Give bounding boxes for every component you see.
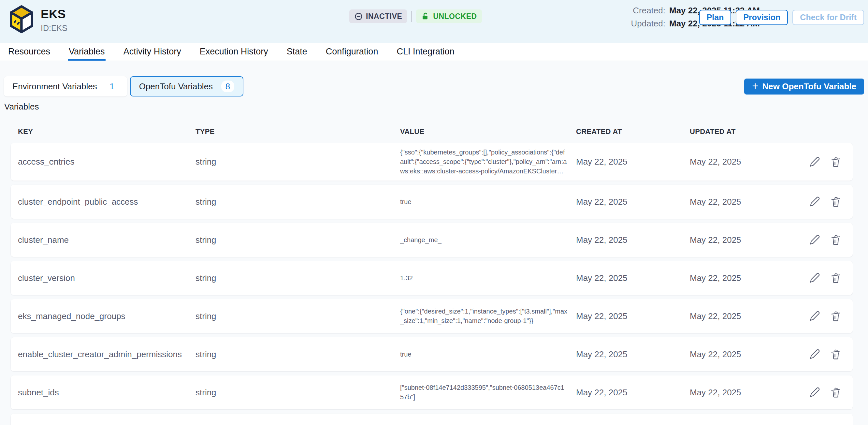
tab-resources[interactable]: Resources — [7, 43, 51, 61]
variable-updated-at: May 22, 2025 — [690, 311, 805, 321]
unlocked-padlock-icon — [421, 12, 430, 21]
row-actions — [805, 234, 853, 246]
delete-variable-button[interactable] — [830, 386, 842, 399]
updated-label: Updated: — [631, 19, 665, 29]
pencil-icon — [808, 386, 821, 399]
edit-variable-button[interactable] — [808, 310, 821, 322]
row-actions — [805, 195, 853, 208]
tab-state[interactable]: State — [286, 43, 308, 61]
variable-value: true — [400, 197, 576, 207]
delete-variable-button[interactable] — [830, 272, 842, 284]
trash-icon — [830, 234, 842, 246]
variable-created-at: May 22, 2025 — [576, 388, 690, 398]
variable-updated-at: May 22, 2025 — [690, 157, 805, 167]
edit-variable-button[interactable] — [808, 272, 821, 284]
check-for-drift-button[interactable]: Check for Drift — [793, 10, 864, 25]
status-badges: INACTIVE UNLOCKED — [349, 9, 482, 23]
variable-value: true — [400, 350, 576, 359]
edit-variable-button[interactable] — [808, 386, 821, 399]
delete-variable-button[interactable] — [830, 195, 842, 208]
plus-icon: + — [752, 81, 758, 92]
subtab-opentofu-variables[interactable]: OpenTofu Variables 8 — [130, 76, 243, 96]
table-row: cluster_version string 1.32 May 22, 2025… — [11, 261, 853, 295]
environment-page: EKS ID:EKS INACTIVE UNLOCKED — [0, 0, 868, 425]
environment-id: ID:EKS — [41, 24, 67, 33]
delete-variable-button[interactable] — [830, 234, 842, 246]
variable-value: ["subnet-08f14e7142d333595","subnet-0680… — [400, 383, 576, 402]
tab-variables[interactable]: Variables — [68, 43, 105, 61]
trash-icon — [830, 156, 842, 168]
opentofu-variables-count: 8 — [221, 81, 234, 92]
delete-variable-button[interactable] — [830, 348, 842, 361]
delete-variable-button[interactable] — [830, 310, 842, 322]
trash-icon — [830, 310, 842, 322]
column-header-created-at: CREATED AT — [576, 127, 690, 136]
variable-key: cluster_endpoint_public_access — [11, 197, 195, 207]
environment-tabbar: Resources Variables Activity History Exe… — [0, 43, 868, 61]
variable-updated-at: May 22, 2025 — [690, 388, 805, 398]
circle-minus-icon — [354, 12, 363, 21]
variable-created-at: May 22, 2025 — [576, 235, 690, 245]
column-header-value: VALUE — [400, 127, 576, 136]
pencil-icon — [808, 156, 821, 168]
trash-icon — [830, 386, 842, 399]
row-actions — [805, 310, 853, 322]
new-opentofu-variable-button[interactable]: + New OpenTofu Variable — [744, 79, 864, 94]
variable-created-at: May 22, 2025 — [576, 157, 690, 167]
table-row: cluster_endpoint_public_access string tr… — [11, 185, 853, 219]
variables-table-body: access_entries string {"sso":{"kubernete… — [11, 143, 853, 425]
edit-variable-button[interactable] — [808, 234, 821, 246]
tab-execution-history[interactable]: Execution History — [199, 43, 269, 61]
variable-type: string — [195, 235, 400, 245]
plan-button[interactable]: Plan — [699, 10, 732, 25]
variable-type: string — [195, 197, 400, 207]
variable-type: string — [195, 273, 400, 283]
trash-icon — [830, 348, 842, 361]
pencil-icon — [808, 348, 821, 361]
tab-configuration[interactable]: Configuration — [325, 43, 379, 61]
variable-value: {"sso":{"kubernetes_groups":[],"policy_a… — [400, 148, 576, 176]
environment-header: EKS ID:EKS INACTIVE UNLOCKED — [0, 0, 868, 43]
column-header-type: TYPE — [195, 127, 400, 136]
environment-identity: EKS ID:EKS — [8, 5, 67, 34]
status-badge-inactive: INACTIVE — [349, 9, 407, 23]
edit-variable-button[interactable] — [808, 348, 821, 361]
variables-subtab-row: Environment Variables 1 OpenTofu Variabl… — [4, 76, 864, 96]
environment-variables-count: 1 — [105, 81, 119, 92]
column-header-key: KEY — [11, 127, 195, 136]
variable-created-at: May 22, 2025 — [576, 273, 690, 283]
variable-value: _change_me_ — [400, 235, 576, 245]
table-row: cluster_name string _change_me_ May 22, … — [11, 223, 853, 257]
subtab-environment-label: Environment Variables — [12, 82, 97, 92]
variable-created-at: May 22, 2025 — [576, 311, 690, 321]
variable-type: string — [195, 157, 400, 167]
tab-cli-integration[interactable]: CLI Integration — [396, 43, 455, 61]
pencil-icon — [808, 310, 821, 322]
table-row: subnet_ids string ["subnet-08f14e7142d33… — [11, 375, 853, 409]
variable-key: eks_managed_node_groups — [11, 311, 195, 321]
variable-value: {"one":{"desired_size":1,"instance_types… — [400, 307, 576, 326]
delete-variable-button[interactable] — [830, 156, 842, 168]
subtab-environment-variables[interactable]: Environment Variables 1 — [4, 76, 127, 96]
tab-activity-history[interactable]: Activity History — [123, 43, 182, 61]
variables-content: Environment Variables 1 OpenTofu Variabl… — [0, 61, 868, 425]
table-row: eks_managed_node_groups string {"one":{"… — [11, 299, 853, 333]
variable-key: enable_cluster_creator_admin_permissions — [11, 350, 195, 360]
variables-table-header: KEY TYPE VALUE CREATED AT UPDATED AT — [11, 127, 853, 136]
badge-divider — [411, 11, 412, 22]
row-actions — [805, 272, 853, 284]
edit-variable-button[interactable] — [808, 156, 821, 168]
variable-updated-at: May 22, 2025 — [690, 197, 805, 207]
provision-button[interactable]: Provision — [736, 10, 788, 25]
variable-created-at: May 22, 2025 — [576, 350, 690, 360]
variable-key: subnet_ids — [11, 388, 195, 398]
column-header-updated-at: UPDATED AT — [690, 127, 805, 136]
variables-section-title: Variables — [4, 102, 868, 112]
variable-type: string — [195, 388, 400, 398]
variable-type: string — [195, 311, 400, 321]
subtab-opentofu-label: OpenTofu Variables — [139, 82, 213, 92]
new-opentofu-variable-label: New OpenTofu Variable — [763, 82, 856, 92]
variable-key: cluster_version — [11, 273, 195, 283]
edit-variable-button[interactable] — [808, 195, 821, 208]
variable-updated-at: May 22, 2025 — [690, 235, 805, 245]
